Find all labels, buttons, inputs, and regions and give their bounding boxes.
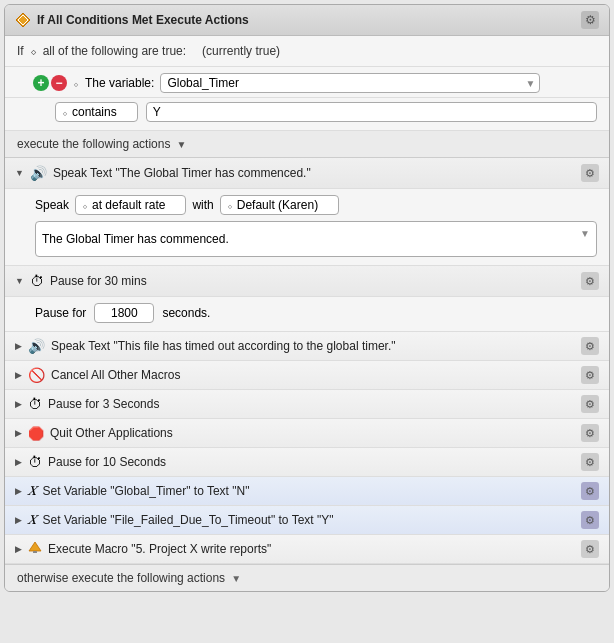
remove-condition-button[interactable]: − [51, 75, 67, 91]
contains-row: ⬦ contains [5, 98, 609, 131]
action-speak1-body: Speak ⬦ at default rate with ⬦ Default (… [5, 189, 609, 265]
window-title: If All Conditions Met Execute Actions [37, 13, 249, 27]
var2-icon: 𝑋 [28, 513, 37, 528]
speak-rate-select[interactable]: ⬦ at default rate [75, 195, 186, 215]
action-pause3-gear[interactable]: ⚙ [581, 395, 599, 413]
otherwise-label: otherwise execute the following actions [17, 571, 225, 585]
add-condition-button[interactable]: + [33, 75, 49, 91]
pause-options-row: Pause for seconds. [35, 303, 597, 323]
action-cancel[interactable]: ▶ 🚫 Cancel All Other Macros ⚙ [5, 361, 609, 390]
contains-select[interactable]: ⬦ contains [55, 102, 138, 122]
clock-icon: ⏱ [30, 273, 44, 289]
pause-unit-label: seconds. [162, 306, 210, 320]
otherwise-bar: otherwise execute the following actions … [5, 564, 609, 591]
speak-text-field[interactable]: The Global Timer has commenced. ▼ [35, 221, 597, 257]
action-setvar2-gear[interactable]: ⚙ [581, 511, 599, 529]
triangle-right-icon8: ▶ [15, 544, 22, 554]
execute-label: execute the following actions [17, 137, 170, 151]
action-setvar2[interactable]: ▶ 𝑋 Set Variable "File_Failed_Due_To_Tim… [5, 506, 609, 535]
speak-icon: 🔊 [30, 165, 47, 181]
variable-name-value: Global_Timer [167, 76, 239, 90]
speak-voice-label: Default (Karen) [237, 198, 318, 212]
svg-marker-2 [29, 542, 41, 551]
all-of-label[interactable]: all of the following are true: [43, 44, 186, 58]
if-icon [15, 12, 31, 28]
condition-bar: If ⬦ all of the following are true: (cur… [5, 36, 609, 67]
add-remove-buttons: + − [33, 75, 67, 91]
contains-value-input[interactable] [146, 102, 597, 122]
var1-icon: 𝑋 [28, 484, 37, 499]
otherwise-dropdown-arrow[interactable]: ▼ [231, 573, 241, 584]
clock3-icon: ⏱ [28, 454, 42, 470]
variable-name-field[interactable]: Global_Timer ▼ [160, 73, 540, 93]
triangle-right-icon4: ▶ [15, 428, 22, 438]
action-pause10[interactable]: ▶ ⏱ Pause for 10 Seconds ⚙ [5, 448, 609, 477]
triangle-right-icon6: ▶ [15, 486, 22, 496]
execute-dropdown-arrow[interactable]: ▼ [176, 139, 186, 150]
action-pause30-header[interactable]: ▼ ⏱ Pause for 30 mins ⚙ [5, 266, 609, 297]
action-setvar1-label: Set Variable "Global_Timer" to Text "N" [43, 484, 575, 498]
action-pause30: ▼ ⏱ Pause for 30 mins ⚙ Pause for second… [5, 266, 609, 332]
clock2-icon: ⏱ [28, 396, 42, 412]
currently-true-label: (currently true) [202, 44, 280, 58]
speak-text-value: The Global Timer has commenced. [42, 232, 229, 246]
action-speak1-header[interactable]: ▼ 🔊 Speak Text "The Global Timer has com… [5, 158, 609, 189]
action-quit-gear[interactable]: ⚙ [581, 424, 599, 442]
svg-rect-3 [33, 551, 37, 553]
the-variable-label: The variable: [85, 76, 154, 90]
speak-with-label: with [192, 198, 213, 212]
action-quit[interactable]: ▶ 🛑 Quit Other Applications ⚙ [5, 419, 609, 448]
action-cancel-gear[interactable]: ⚙ [581, 366, 599, 384]
action-speak2-label: Speak Text "This file has timed out acco… [51, 339, 575, 353]
variable-chevron[interactable]: ⬦ [73, 78, 79, 89]
action-pause10-gear[interactable]: ⚙ [581, 453, 599, 471]
action-speak1-label: Speak Text "The Global Timer has commenc… [53, 166, 575, 180]
triangle-right-icon: ▶ [15, 341, 22, 351]
action-setvar1[interactable]: ▶ 𝑋 Set Variable "Global_Timer" to Text … [5, 477, 609, 506]
window-gear-button[interactable]: ⚙ [581, 11, 599, 29]
speak-rate-label: at default rate [92, 198, 165, 212]
action-pause3-label: Pause for 3 Seconds [48, 397, 575, 411]
action-pause30-body: Pause for seconds. [5, 297, 609, 331]
contains-label: contains [72, 105, 117, 119]
action-execmacro-label: Execute Macro "5. Project X write report… [48, 542, 575, 556]
variable-dropdown-arrow: ▼ [525, 78, 535, 89]
title-bar: If All Conditions Met Execute Actions ⚙ [5, 5, 609, 36]
action-pause30-gear[interactable]: ⚙ [581, 272, 599, 290]
action-pause10-label: Pause for 10 Seconds [48, 455, 575, 469]
if-label: If [17, 44, 24, 58]
speak-label: Speak [35, 198, 69, 212]
action-execmacro-gear[interactable]: ⚙ [581, 540, 599, 558]
action-setvar1-gear[interactable]: ⚙ [581, 482, 599, 500]
text-dropdown-arrow: ▼ [580, 228, 590, 239]
action-execmacro[interactable]: ▶ Execute Macro "5. Project X write repo… [5, 535, 609, 564]
macro-icon [28, 541, 42, 558]
speak-options-row: Speak ⬦ at default rate with ⬦ Default (… [35, 195, 597, 215]
speak-voice-select[interactable]: ⬦ Default (Karen) [220, 195, 339, 215]
action-pause3[interactable]: ▶ ⏱ Pause for 3 Seconds ⚙ [5, 390, 609, 419]
speak2-icon: 🔊 [28, 338, 45, 354]
triangle-down-icon2: ▼ [15, 276, 24, 286]
title-bar-left: If All Conditions Met Execute Actions [15, 12, 249, 28]
action-speak2[interactable]: ▶ 🔊 Speak Text "This file has timed out … [5, 332, 609, 361]
triangle-right-icon3: ▶ [15, 399, 22, 409]
cancel-icon: 🚫 [28, 367, 45, 383]
triangle-right-icon5: ▶ [15, 457, 22, 467]
action-setvar2-label: Set Variable "File_Failed_Due_To_Timeout… [43, 513, 575, 527]
pause-seconds-input[interactable] [94, 303, 154, 323]
action-speak1-gear[interactable]: ⚙ [581, 164, 599, 182]
variable-row: + − ⬦ The variable: Global_Timer ▼ [5, 67, 609, 98]
triangle-right-icon7: ▶ [15, 515, 22, 525]
action-pause30-label: Pause for 30 mins [50, 274, 575, 288]
main-container: If All Conditions Met Execute Actions ⚙ … [4, 4, 610, 592]
pause-for-label: Pause for [35, 306, 86, 320]
triangle-down-icon: ▼ [15, 168, 24, 178]
action-cancel-label: Cancel All Other Macros [51, 368, 575, 382]
contains-up-chevron: ⬦ [62, 107, 68, 118]
action-speak1: ▼ 🔊 Speak Text "The Global Timer has com… [5, 158, 609, 266]
action-speak2-gear[interactable]: ⚙ [581, 337, 599, 355]
execute-bar: execute the following actions ▼ [5, 131, 609, 158]
triangle-right-icon2: ▶ [15, 370, 22, 380]
action-quit-label: Quit Other Applications [50, 426, 575, 440]
if-chevron[interactable]: ⬦ [30, 44, 37, 58]
